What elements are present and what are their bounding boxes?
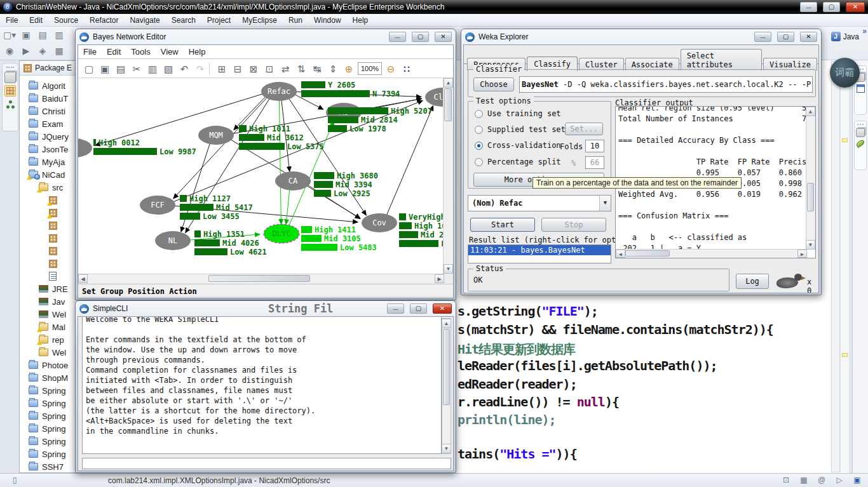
folds-field[interactable]: 10 [585, 140, 604, 152]
menu-project[interactable]: Project [201, 15, 236, 25]
bayes-menu-tools[interactable]: Tools [126, 47, 155, 57]
scroll-right-icon[interactable]: ▶ [797, 250, 807, 258]
space-h-icon[interactable]: ↹ [310, 62, 324, 76]
simplecli-close-button[interactable] [433, 304, 452, 314]
scroll-thumb[interactable] [625, 250, 670, 257]
open-icon[interactable]: ▤ [36, 29, 50, 41]
console-icon[interactable]: ▣ [851, 476, 863, 486]
scroll-thumb[interactable] [807, 183, 814, 211]
percentage-split-option[interactable]: Percentage split [475, 157, 561, 166]
simplecli-scrollbar[interactable]: ▲ ▼ [442, 318, 451, 454]
new-icon[interactable]: ▢ [82, 62, 96, 76]
bayes-menu-file[interactable]: File [78, 47, 102, 57]
menu-navigate[interactable]: Navigate [124, 15, 165, 25]
close-button[interactable] [846, 2, 865, 12]
scroll-thumb[interactable] [208, 275, 310, 282]
package-explorer-view-icon[interactable] [4, 85, 16, 97]
graph-node-NL[interactable]: NLHigh 1351Mid 4026Low 4621 [155, 230, 267, 257]
network-icon[interactable]: ∷ [400, 62, 414, 76]
weka-minimize-button[interactable] [754, 32, 771, 42]
radio-icon[interactable] [475, 126, 483, 134]
menu-search[interactable]: Search [166, 15, 201, 25]
bayes-maximize-button[interactable] [412, 32, 429, 42]
redo-icon[interactable]: ↷ [193, 62, 207, 76]
class-attribute-combo[interactable]: (Nom) Refac ▼ [468, 195, 611, 211]
drag-handle[interactable] [857, 124, 864, 126]
drag-handle[interactable] [6, 67, 14, 69]
menu-window[interactable]: Window [308, 15, 347, 25]
run-icon[interactable]: ▶ [19, 44, 33, 57]
start-button[interactable]: Start [470, 218, 535, 232]
supplied-test-set-option[interactable]: Supplied test set [475, 125, 566, 134]
save-icon[interactable]: ▣ [98, 62, 112, 76]
open-icon[interactable]: ▤ [114, 62, 128, 76]
result-list-item[interactable]: 11:03:21 - bayes.BayesNet [468, 245, 611, 255]
simplecli-output[interactable]: Welcome to the WEKA SimpleCLI Enter comm… [82, 316, 442, 454]
set-test-set-button[interactable]: Set... [565, 123, 603, 135]
scroll-up-icon[interactable]: ▲ [806, 107, 815, 116]
perspective-switcher[interactable]: J Java [831, 32, 859, 41]
percent-field[interactable]: 66 [585, 156, 604, 169]
editor-overview-ruler[interactable] [840, 61, 849, 472]
copy-icon[interactable]: ▥ [146, 62, 159, 76]
radio-icon[interactable] [475, 158, 483, 166]
problems-icon[interactable]: ▦ [798, 476, 810, 486]
cross-validation-option[interactable]: Cross-validation [475, 141, 561, 150]
wizard-icon[interactable]: ▢▾ [3, 29, 17, 41]
menu-refactor[interactable]: Refactor [84, 15, 124, 25]
undo-icon[interactable]: ↶ [177, 62, 191, 76]
space-v-icon[interactable]: ⇕ [326, 62, 340, 76]
radio-icon[interactable] [475, 110, 483, 118]
chevron-down-icon[interactable]: ▼ [599, 196, 611, 211]
menu-icon[interactable]: ▦ [52, 44, 66, 57]
tab-associate[interactable]: Associate [625, 58, 679, 70]
result-list[interactable]: 11:03:21 - bayes.BayesNet [468, 244, 611, 264]
zoom-level[interactable]: 100% [358, 62, 382, 75]
scroll-thumb[interactable] [443, 329, 450, 405]
weka-titlebar[interactable]: Weka Explorer [463, 29, 819, 44]
restore-view-icon[interactable] [856, 128, 865, 137]
tab-visualize[interactable]: Visualize [763, 58, 817, 70]
graph-node-Refac[interactable]: RefacY 2605N 7394 [261, 81, 400, 101]
occurrence-marker[interactable] [842, 138, 848, 142]
menu-source[interactable]: Source [48, 15, 84, 25]
graph-node-CA[interactable]: CAHigh 3680Mid 3394Low 2925 [275, 171, 378, 198]
bayes-hscrollbar[interactable]: ◀ ▶ [78, 274, 444, 283]
step-icon[interactable]: ▷ [834, 476, 845, 486]
type-hierarchy-view-icon[interactable] [4, 98, 16, 110]
scroll-down-icon[interactable]: ▼ [442, 444, 451, 453]
gear-icon[interactable]: ◈ [36, 44, 50, 57]
cut-icon[interactable]: ✂ [130, 62, 144, 76]
graph-node-MO[interactable]: MOHigh 5207Mid 2814Low 1978 [326, 103, 432, 133]
graph-node-DLYC[interactable]: DLYCHigh 1411Mid 3105Low 5483 [264, 224, 377, 252]
output-hscrollbar[interactable]: ◀ ▶ [616, 249, 807, 258]
maximize-button[interactable] [823, 2, 840, 12]
simplecli-titlebar[interactable]: SimpleCLI String Fil [78, 301, 454, 316]
align-h-icon[interactable]: ⊞ [215, 62, 229, 76]
menu-myeclipse[interactable]: MyEclipse [236, 15, 283, 25]
bayes-canvas[interactable]: RefacY 2605N 7394ClasMOHigh 5207Mid 2814… [78, 78, 444, 274]
outline-view-icon[interactable] [857, 84, 865, 93]
center-icon[interactable]: ⊡ [262, 62, 276, 76]
graph-node-Clas[interactable]: Clas [425, 88, 444, 107]
weka-close-button[interactable] [800, 32, 817, 42]
simplecli-command-input[interactable] [82, 458, 451, 469]
zoom-in-icon[interactable]: ⊕ [342, 62, 356, 76]
bayes-menu-edit[interactable]: Edit [102, 47, 126, 57]
print-icon[interactable]: ▥ [52, 29, 66, 41]
menu-run[interactable]: Run [283, 15, 308, 25]
align-v-icon[interactable]: ⊟ [231, 62, 245, 76]
bayes-minimize-button[interactable] [389, 32, 406, 42]
bayes-titlebar[interactable]: Bayes Network Editor [78, 29, 454, 44]
leaf-icon[interactable] [855, 139, 865, 149]
menu-help[interactable]: Help [347, 15, 374, 25]
classifier-command[interactable]: BayesNet -D -Q weka.classifiers.bayes.ne… [519, 76, 813, 93]
swap-h-icon[interactable]: ⇄ [278, 62, 292, 76]
zoom-out-icon[interactable]: ⊖ [384, 62, 398, 76]
scroll-thumb[interactable] [444, 88, 452, 121]
grid-icon[interactable]: ⊠ [247, 62, 261, 76]
restore-icon[interactable]: ⊡ [780, 476, 792, 486]
graph-node-5[interactable]: 5High 0012Low 9987 [78, 138, 196, 157]
choose-button[interactable]: Choose [473, 77, 514, 91]
simplecli-minimize-button[interactable] [387, 304, 404, 314]
